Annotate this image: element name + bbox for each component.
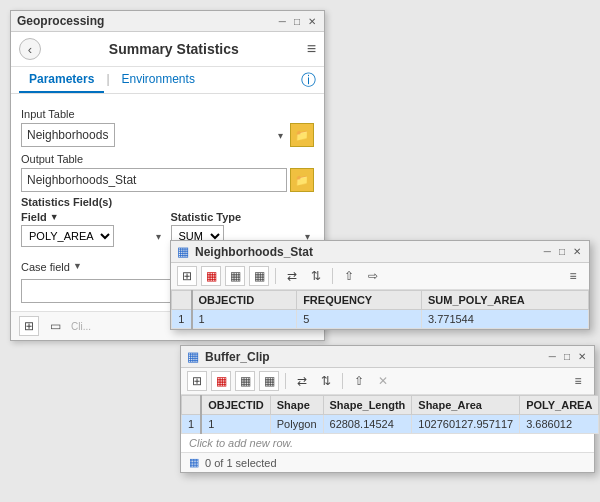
menu-button[interactable]: ≡ — [307, 40, 316, 58]
back-button[interactable]: ‹ — [19, 38, 41, 60]
bc-close-btn[interactable]: ✕ — [576, 351, 588, 362]
table-row[interactable]: 1 1 Polygon 62808.14524 102760127.957117… — [182, 415, 599, 434]
buffer-clip-toolbar: ⊞ ▦ ▦ ▦ ⇄ ⇅ ⇧ ✕ ≡ — [181, 368, 594, 395]
bc-toolbar-menu[interactable]: ≡ — [568, 371, 588, 391]
tab-environments[interactable]: Environments — [112, 67, 205, 93]
ns-toolbar-select[interactable]: ▦ — [201, 266, 221, 286]
neighborhoods-stat-titlebar: ▦ Neighborhoods_Stat ─ □ ✕ — [171, 241, 589, 263]
ns-minimize-btn[interactable]: ─ — [542, 246, 553, 257]
input-table-select[interactable]: Neighborhoods — [21, 123, 115, 147]
browse-icon: 📁 — [295, 129, 309, 142]
help-button[interactable]: ⓘ — [301, 71, 316, 90]
bc-minimize-btn[interactable]: ─ — [547, 351, 558, 362]
neighborhoods-stat-window: ▦ Neighborhoods_Stat ─ □ ✕ ⊞ ▦ ▦ ▦ ⇄ ⇅ ⇧… — [170, 240, 590, 330]
bc-toolbar-2[interactable]: ▦ — [235, 371, 255, 391]
panel-tabs: Parameters | Environments ⓘ — [11, 67, 324, 94]
restore-btn[interactable]: □ — [292, 16, 302, 27]
output-table-row: Neighborhoods_Stat 📁 — [21, 168, 314, 192]
buffer-clip-footer: ▦ 0 of 1 selected — [181, 452, 594, 472]
case-field-label: Case field — [21, 261, 70, 273]
tab-group: Parameters | Environments — [19, 67, 205, 93]
ns-restore-btn[interactable]: □ — [557, 246, 567, 257]
bc-row1-shape-area: 102760127.957117 — [412, 415, 520, 434]
bc-col-poly-area[interactable]: POLY_AREA — [520, 396, 599, 415]
ns-row1-sum-poly-area: 3.771544 — [421, 310, 588, 329]
output-table-label: Output Table — [21, 153, 314, 165]
ns-col-sum-poly-area[interactable]: SUM_POLY_AREA — [421, 291, 588, 310]
browse-icon-2: 📁 — [295, 174, 309, 187]
ns-toolbar-menu[interactable]: ≡ — [563, 266, 583, 286]
neighborhoods-stat-toolbar: ⊞ ▦ ▦ ▦ ⇄ ⇅ ⇧ ⇨ ≡ — [171, 263, 589, 290]
neighborhoods-stat-title: Neighborhoods_Stat — [195, 245, 536, 259]
stattype-col-label: Statistic Type — [171, 211, 242, 223]
bc-toolbar-3[interactable]: ▦ — [259, 371, 279, 391]
stats-field-select[interactable]: POLY_AREA — [21, 225, 114, 247]
ns-close-btn[interactable]: ✕ — [571, 246, 583, 257]
ns-row1-objectid: 1 — [192, 310, 297, 329]
bc-col-objectid[interactable]: OBJECTID — [201, 396, 270, 415]
ns-col-frequency[interactable]: FREQUENCY — [297, 291, 422, 310]
bc-toolbar-select[interactable]: ▦ — [211, 371, 231, 391]
bc-toolbar-sep1 — [285, 373, 286, 389]
geoprocessing-title: Geoprocessing — [17, 14, 104, 28]
table-icon[interactable]: ⊞ — [19, 316, 39, 336]
bc-col-shape[interactable]: Shape — [270, 396, 323, 415]
ns-toolbar-4[interactable]: ⇄ — [282, 266, 302, 286]
minimize-btn[interactable]: ─ — [277, 16, 288, 27]
back-icon: ‹ — [28, 42, 32, 57]
bc-restore-btn[interactable]: □ — [562, 351, 572, 362]
bc-toolbar-6[interactable]: ⇧ — [349, 371, 369, 391]
input-table-browse-btn[interactable]: 📁 — [290, 123, 314, 147]
table-footer-icon: ▦ — [189, 456, 199, 469]
buffer-clip-table: OBJECTID Shape Shape_Length Shape_Area P… — [181, 395, 599, 434]
table-icon-neighborhoods: ▦ — [177, 244, 189, 259]
output-table-input[interactable]: Neighborhoods_Stat — [21, 168, 287, 192]
bc-row1-objectid: 1 — [201, 415, 270, 434]
ns-toolbar-7[interactable]: ⇨ — [363, 266, 383, 286]
ns-col-rownum — [172, 291, 192, 310]
table-icon-buffer: ▦ — [187, 349, 199, 364]
input-table-label: Input Table — [21, 108, 314, 120]
field-chevron-icon: ▼ — [50, 212, 59, 222]
titlebar-controls: ─ □ ✕ — [277, 16, 318, 27]
tool-name: Summary Statistics — [49, 41, 299, 57]
bc-toolbar-5[interactable]: ⇅ — [316, 371, 336, 391]
buffer-clip-status: 0 of 1 selected — [205, 457, 277, 469]
stats-field-col-header: Statistics Field(s) — [21, 196, 314, 208]
panel-header: ‹ Summary Statistics ≡ — [11, 32, 324, 67]
close-btn[interactable]: ✕ — [306, 16, 318, 27]
output-table-browse-btn[interactable]: 📁 — [290, 168, 314, 192]
buffer-titlebar-controls: ─ □ ✕ — [547, 351, 588, 362]
tab-parameters[interactable]: Parameters — [19, 67, 104, 93]
ns-row1-frequency: 5 — [297, 310, 422, 329]
ns-toolbar-2[interactable]: ▦ — [225, 266, 245, 286]
ns-toolbar-5[interactable]: ⇅ — [306, 266, 326, 286]
ns-toolbar-table[interactable]: ⊞ — [177, 266, 197, 286]
bc-col-shape-area[interactable]: Shape_Area — [412, 396, 520, 415]
click-add-row[interactable]: Click to add new row. — [181, 434, 594, 452]
buffer-clip-window: ▦ Buffer_Clip ─ □ ✕ ⊞ ▦ ▦ ▦ ⇄ ⇅ ⇧ ✕ ≡ OB… — [180, 345, 595, 473]
buffer-clip-title: Buffer_Clip — [205, 350, 541, 364]
neighborhoods-stat-table: OBJECTID FREQUENCY SUM_POLY_AREA 1 1 5 3… — [171, 290, 589, 329]
ns-toolbar-sep1 — [275, 268, 276, 284]
table-row[interactable]: 1 1 5 3.771544 — [172, 310, 589, 329]
bc-col-shape-length[interactable]: Shape_Length — [323, 396, 412, 415]
select-icon[interactable]: ▭ — [45, 316, 65, 336]
neighborhoods-titlebar-controls: ─ □ ✕ — [542, 246, 583, 257]
bc-toolbar-7[interactable]: ✕ — [373, 371, 393, 391]
input-table-select-wrapper: Neighborhoods — [21, 123, 287, 147]
bc-toolbar-4[interactable]: ⇄ — [292, 371, 312, 391]
bc-col-rownum — [182, 396, 202, 415]
bc-row1-poly-area: 3.686012 — [520, 415, 599, 434]
ns-toolbar-3[interactable]: ▦ — [249, 266, 269, 286]
footer-text: Cli... — [71, 321, 91, 332]
bc-row1-shape: Polygon — [270, 415, 323, 434]
bc-toolbar-table[interactable]: ⊞ — [187, 371, 207, 391]
bc-row1-shape-length: 62808.14524 — [323, 415, 412, 434]
ns-col-objectid[interactable]: OBJECTID — [192, 291, 297, 310]
case-field-chevron-icon: ▼ — [73, 261, 82, 271]
ns-toolbar-sep2 — [332, 268, 333, 284]
field-col-label: Field — [21, 211, 47, 223]
geoprocessing-titlebar: Geoprocessing ─ □ ✕ — [11, 11, 324, 32]
ns-toolbar-6[interactable]: ⇧ — [339, 266, 359, 286]
